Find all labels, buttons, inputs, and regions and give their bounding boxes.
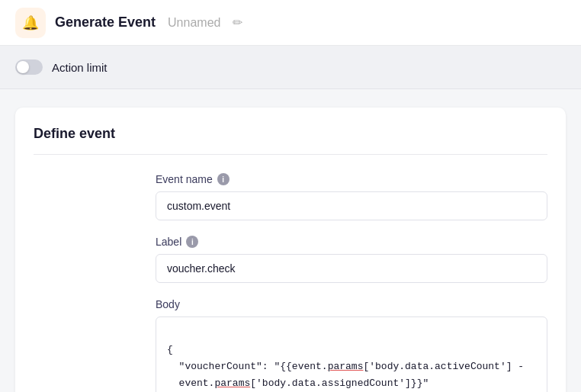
- params-underline-1: params: [328, 361, 364, 372]
- card-title: Define event: [34, 126, 547, 142]
- event-name-display: Unnamed: [168, 16, 220, 30]
- body-line1: {: [167, 344, 173, 355]
- event-name-group: Event name i: [156, 173, 547, 220]
- form-section: Event name i Label i: [156, 173, 547, 392]
- header-icon: 🔔: [15, 8, 46, 38]
- page-title: Generate Event: [55, 14, 156, 31]
- body-label: Body: [156, 298, 547, 310]
- label-label: Label i: [156, 236, 547, 248]
- define-event-card: Define event Event name i Label i: [15, 108, 566, 392]
- label-group: Label i: [156, 236, 547, 283]
- params-underline-2: params: [214, 378, 250, 389]
- event-name-label: Event name i: [156, 173, 547, 185]
- edit-icon: ✏: [233, 15, 242, 30]
- event-name-info-icon[interactable]: i: [217, 173, 230, 185]
- action-limit-toggle[interactable]: [15, 59, 43, 75]
- action-limit-label: Action limit: [52, 61, 108, 74]
- card-divider: [34, 154, 547, 155]
- body-group: Body { "voucherCount": "{{event.params['…: [156, 298, 547, 392]
- main-content: Define event Event name i Label i: [0, 89, 581, 392]
- body-line2: "voucherCount": "{{event.params['body.da…: [167, 361, 524, 372]
- body-input[interactable]: { "voucherCount": "{{event.params['body.…: [156, 316, 547, 392]
- event-icon: 🔔: [22, 14, 39, 31]
- edit-name-button[interactable]: ✏: [230, 12, 246, 33]
- action-limit-bar: Action limit: [0, 46, 581, 89]
- label-info-icon[interactable]: i: [186, 236, 198, 248]
- body-line3: event.params['body.data.assignedCount']}…: [167, 378, 429, 389]
- header: 🔔 Generate Event Unnamed ✏: [0, 0, 581, 46]
- label-input[interactable]: [156, 254, 547, 283]
- event-name-input[interactable]: [156, 191, 547, 220]
